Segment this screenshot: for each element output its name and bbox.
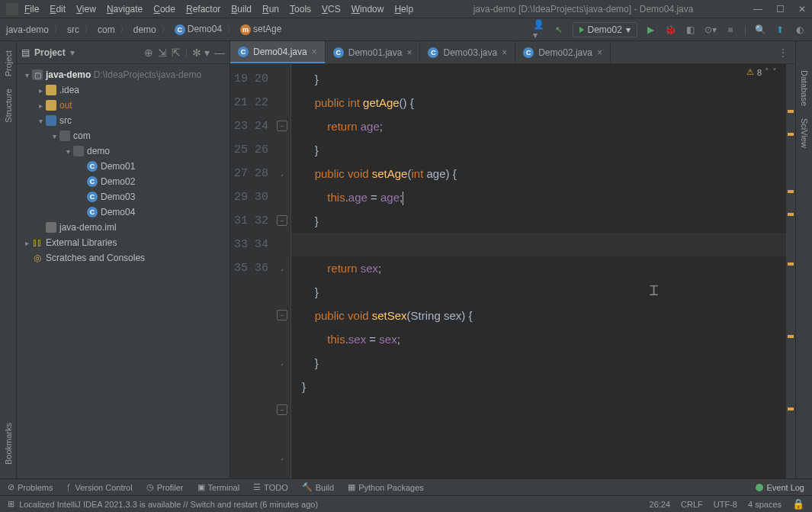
editor-tab-demo04-java[interactable]: CDemo04.java× xyxy=(230,41,326,63)
user-icon[interactable]: 👤▾ xyxy=(533,24,545,36)
tree-iml[interactable]: java-demo.iml xyxy=(17,220,229,235)
code-content[interactable]: } public int getAge() { return age; } pu… xyxy=(291,64,786,478)
back-icon[interactable]: ↖ xyxy=(553,24,565,36)
close-tab-icon[interactable]: × xyxy=(502,47,507,58)
tree-class-demo03[interactable]: CDemo03 xyxy=(17,189,229,204)
tool-build[interactable]: 🔨 Build xyxy=(302,482,334,492)
crumb-com[interactable]: com xyxy=(98,24,115,35)
project-view-icon: ▤ xyxy=(21,47,30,58)
library-icon: ⫿⫿ xyxy=(32,237,43,248)
tab-project[interactable]: Project xyxy=(2,44,14,82)
menu-vcs[interactable]: VCS xyxy=(322,4,341,14)
hide-panel-icon[interactable]: — xyxy=(214,47,225,59)
crumb-demo[interactable]: demo xyxy=(133,24,156,35)
window-controls: — ☐ ✕ xyxy=(753,4,806,14)
expand-all-icon[interactable]: ⇲ xyxy=(158,47,167,59)
crumb-project[interactable]: java-demo xyxy=(6,24,49,35)
tool-vcs[interactable]: ᚶ Version Control xyxy=(66,483,132,492)
fold-handle[interactable]: − xyxy=(277,404,287,415)
search-icon[interactable]: 🔍 xyxy=(754,24,766,36)
tree-ext-libs[interactable]: ▸⫿⫿External Libraries xyxy=(17,235,229,250)
fold-handle[interactable]: − xyxy=(277,121,287,131)
close-tab-icon[interactable]: × xyxy=(597,47,602,58)
readonly-lock-icon[interactable]: 🔒 xyxy=(792,498,804,510)
fold-handle[interactable]: − xyxy=(277,310,287,320)
tree-class-demo02[interactable]: CDemo02 xyxy=(17,174,229,189)
menu-refactor[interactable]: Refactor xyxy=(186,4,220,14)
tool-python[interactable]: ▦ Python Packages xyxy=(348,482,424,492)
menu-navigate[interactable]: Navigate xyxy=(107,4,143,14)
menu-tools[interactable]: Tools xyxy=(290,4,311,14)
tool-profiler[interactable]: ◷ Profiler xyxy=(146,482,184,492)
status-line-sep[interactable]: CRLF xyxy=(681,500,703,509)
fold-gutter[interactable]: −⌟−⌟−⌟−⌟⌟ xyxy=(274,64,291,478)
tool-event-log[interactable]: Event Log xyxy=(756,483,804,492)
editor-tab-demo03-java[interactable]: CDemo03.java× xyxy=(420,41,515,63)
debug-button[interactable]: 🐞 xyxy=(665,24,677,36)
tree-class-demo04[interactable]: CDemo04 xyxy=(17,204,229,220)
status-encoding[interactable]: UTF-8 xyxy=(714,500,737,509)
settings-icon[interactable]: ✻ ▾ xyxy=(192,47,210,59)
tool-todo[interactable]: ☰ TODO xyxy=(253,482,288,492)
tabs-menu-icon[interactable]: ⋮ xyxy=(771,41,795,63)
tool-terminal[interactable]: ▣ Terminal xyxy=(197,482,240,492)
minimize-button[interactable]: — xyxy=(753,4,762,14)
ide-icon[interactable]: ◐ xyxy=(794,24,806,36)
menu-file[interactable]: File xyxy=(24,4,39,14)
crumb-method[interactable]: msetAge xyxy=(240,24,281,35)
tab-structure[interactable]: Structure xyxy=(2,82,14,129)
scratches-icon: ◎ xyxy=(32,253,43,263)
project-panel-title[interactable]: Project xyxy=(34,47,66,58)
fold-end: ⌟ xyxy=(277,475,287,478)
tree-idea[interactable]: ▸.idea xyxy=(17,82,229,98)
coverage-button[interactable]: ◧ xyxy=(685,24,697,36)
status-message[interactable]: Localized IntelliJ IDEA 2021.3.3 is avai… xyxy=(19,500,318,509)
menu-window[interactable]: Window xyxy=(351,4,384,14)
tree-src[interactable]: ▾src xyxy=(17,113,229,128)
tree-com[interactable]: ▾com xyxy=(17,128,229,143)
stop-button[interactable]: ■ xyxy=(724,24,737,36)
maximize-button[interactable]: ☐ xyxy=(776,4,785,14)
tab-database[interactable]: Database xyxy=(798,64,810,112)
crumb-src[interactable]: src xyxy=(67,24,79,35)
sync-icon[interactable]: ⬆ xyxy=(774,24,786,36)
tool-problems[interactable]: ⊘ Problems xyxy=(8,482,53,492)
menu-code[interactable]: Code xyxy=(153,4,175,14)
menu-build[interactable]: Build xyxy=(231,4,252,14)
status-windows-icon[interactable]: ⊞ xyxy=(8,499,14,509)
run-config-select[interactable]: Demo02 ▾ xyxy=(573,22,637,37)
tree-scratches[interactable]: ◎Scratches and Consoles xyxy=(17,250,229,266)
status-indent[interactable]: 4 spaces xyxy=(748,500,782,509)
close-button[interactable]: ✕ xyxy=(798,4,806,14)
tab-bookmarks[interactable]: Bookmarks xyxy=(2,417,14,471)
editor-tab-demo02-java[interactable]: CDemo02.java× xyxy=(515,41,611,63)
tree-class-demo01[interactable]: CDemo01 xyxy=(17,159,229,174)
tab-sciview[interactable]: SciView xyxy=(798,112,810,154)
fold-end: ⌟ xyxy=(277,168,287,179)
menu-view[interactable]: View xyxy=(76,4,96,14)
select-opened-icon[interactable]: ⊕ xyxy=(144,47,153,59)
profile-button[interactable]: ⊙▾ xyxy=(704,24,717,36)
error-stripe[interactable] xyxy=(786,64,795,478)
run-button[interactable]: ▶ xyxy=(645,24,657,36)
module-icon: ▢ xyxy=(32,69,43,80)
status-caret-pos[interactable]: 26:24 xyxy=(650,500,671,509)
menu-run[interactable]: Run xyxy=(262,4,279,14)
code-editor[interactable]: 19 20 21 22 23 24 25 26 27 28 29 30 31 3… xyxy=(230,64,795,478)
editor-tab-demo01-java[interactable]: CDemo01.java× xyxy=(326,41,421,63)
package-icon xyxy=(73,146,84,156)
menu-help[interactable]: Help xyxy=(394,4,413,14)
class-icon: C xyxy=(428,47,438,58)
line-number-gutter[interactable]: 19 20 21 22 23 24 25 26 27 28 29 30 31 3… xyxy=(230,64,274,478)
menu-edit[interactable]: Edit xyxy=(50,4,66,14)
crumb-class[interactable]: CDemo04 xyxy=(175,24,222,35)
status-bar: ⊞ Localized IntelliJ IDEA 2021.3.3 is av… xyxy=(0,495,812,512)
close-tab-icon[interactable]: × xyxy=(312,47,317,57)
tree-demo[interactable]: ▾demo xyxy=(17,143,229,159)
tree-out[interactable]: ▸out xyxy=(17,98,229,113)
close-tab-icon[interactable]: × xyxy=(406,47,412,58)
collapse-all-icon[interactable]: ⇱ xyxy=(172,47,181,59)
tree-root[interactable]: ▾▢ java-demo D:\IdeaProjects\java-demo xyxy=(17,67,229,82)
project-panel: ▤ Project ▾ ⊕ ⇲ ⇱ | ✻ ▾ — ▾▢ java-demo D… xyxy=(17,41,230,478)
fold-handle[interactable]: − xyxy=(277,215,287,226)
